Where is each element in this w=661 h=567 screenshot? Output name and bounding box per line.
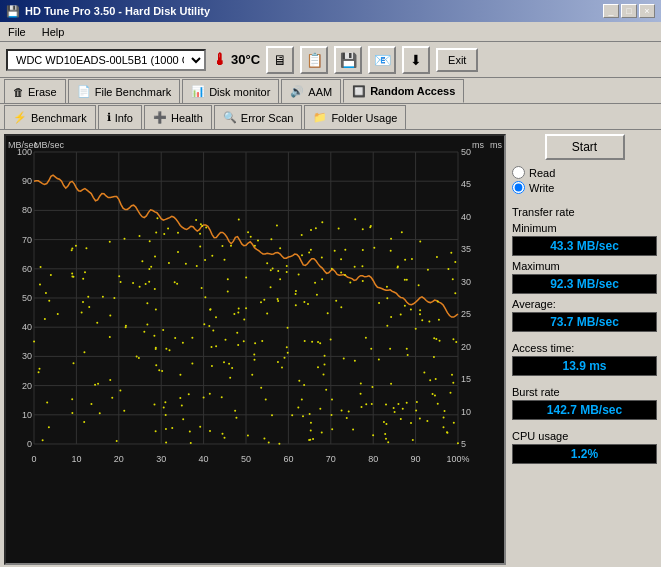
access-time-section: Access time: 13.9 ms [512, 338, 657, 376]
tab-file-benchmark[interactable]: 📄 File Benchmark [68, 79, 180, 103]
aam-icon: 🔊 [290, 85, 304, 98]
transfer-rate-section: Transfer rate Minimum 43.3 MB/sec Maximu… [512, 202, 657, 332]
access-time-label: Access time: [512, 342, 657, 354]
average-value: 73.7 MB/sec [512, 312, 657, 332]
menu-bar: File Help [0, 22, 661, 42]
access-time-value: 13.9 ms [512, 356, 657, 376]
title-bar-text: 💾 HD Tune Pro 3.50 - Hard Disk Utility [6, 5, 210, 18]
tab-info[interactable]: ℹ Info [98, 105, 142, 129]
chart-axis-right-label: ms [490, 140, 502, 150]
minimize-button[interactable]: _ [603, 4, 619, 18]
file-benchmark-icon: 📄 [77, 85, 91, 98]
chart-area: MB/sec ms [4, 134, 506, 565]
transfer-rate-label: Transfer rate [512, 206, 657, 218]
tab-error-scan[interactable]: 🔍 Error Scan [214, 105, 303, 129]
burst-rate-value: 142.7 MB/sec [512, 400, 657, 420]
toolbar-btn-3[interactable]: 💾 [334, 46, 362, 74]
temperature-value: 30°C [231, 52, 260, 67]
menu-help[interactable]: Help [38, 25, 69, 39]
title-bar: 💾 HD Tune Pro 3.50 - Hard Disk Utility _… [0, 0, 661, 22]
exit-button[interactable]: Exit [436, 48, 478, 72]
read-label: Read [529, 167, 555, 179]
info-icon: ℹ [107, 111, 111, 124]
average-label: Average: [512, 298, 657, 310]
read-radio[interactable] [512, 166, 525, 179]
toolbar-btn-1[interactable]: 🖥 [266, 46, 294, 74]
start-button[interactable]: Start [545, 134, 625, 160]
app-icon: 💾 [6, 5, 20, 18]
tabs-bottom-row: ⚡ Benchmark ℹ Info ➕ Health 🔍 Error Scan… [0, 104, 661, 130]
tabs-top-row: 🗑 Erase 📄 File Benchmark 📊 Disk monitor … [0, 78, 661, 104]
tab-folder-usage[interactable]: 📁 Folder Usage [304, 105, 406, 129]
write-radio-label[interactable]: Write [512, 181, 657, 194]
cpu-usage-section: CPU usage 1.2% [512, 426, 657, 464]
maximize-button[interactable]: □ [621, 4, 637, 18]
read-radio-label[interactable]: Read [512, 166, 657, 179]
tab-disk-monitor[interactable]: 📊 Disk monitor [182, 79, 279, 103]
minimum-value: 43.3 MB/sec [512, 236, 657, 256]
right-panel: Start Read Write Transfer rate Minimum 4… [512, 134, 657, 565]
toolbar: WDC WD10EADS-00L5B1 (1000 GB) 🌡 30°C 🖥 📋… [0, 42, 661, 78]
benchmark-icon: ⚡ [13, 111, 27, 124]
menu-file[interactable]: File [4, 25, 30, 39]
drive-selector[interactable]: WDC WD10EADS-00L5B1 (1000 GB) [6, 49, 206, 71]
close-button[interactable]: × [639, 4, 655, 18]
tab-health[interactable]: ➕ Health [144, 105, 212, 129]
tab-benchmark[interactable]: ⚡ Benchmark [4, 105, 96, 129]
toolbar-btn-4[interactable]: 📧 [368, 46, 396, 74]
toolbar-btn-5[interactable]: ⬇ [402, 46, 430, 74]
cpu-usage-label: CPU usage [512, 430, 657, 442]
disk-monitor-icon: 📊 [191, 85, 205, 98]
toolbar-btn-2[interactable]: 📋 [300, 46, 328, 74]
minimum-label: Minimum [512, 222, 657, 234]
health-icon: ➕ [153, 111, 167, 124]
folder-usage-icon: 📁 [313, 111, 327, 124]
thermometer-icon: 🌡 [212, 51, 228, 69]
erase-icon: 🗑 [13, 86, 24, 98]
maximum-value: 92.3 MB/sec [512, 274, 657, 294]
burst-rate-label: Burst rate [512, 386, 657, 398]
error-scan-icon: 🔍 [223, 111, 237, 124]
tab-aam[interactable]: 🔊 AAM [281, 79, 341, 103]
write-label: Write [529, 182, 554, 194]
chart-axis-left-label: MB/sec [8, 140, 38, 150]
radio-group: Read Write [512, 164, 657, 196]
random-access-icon: 🔲 [352, 85, 366, 98]
main-content: MB/sec ms Start Read Write Transfer rate… [0, 130, 661, 567]
maximum-label: Maximum [512, 260, 657, 272]
tab-erase[interactable]: 🗑 Erase [4, 79, 66, 103]
temperature-display: 🌡 30°C [212, 51, 260, 69]
title-bar-controls: _ □ × [603, 4, 655, 18]
tab-random-access[interactable]: 🔲 Random Access [343, 79, 464, 103]
write-radio[interactable] [512, 181, 525, 194]
burst-rate-section: Burst rate 142.7 MB/sec [512, 382, 657, 420]
cpu-usage-value: 1.2% [512, 444, 657, 464]
